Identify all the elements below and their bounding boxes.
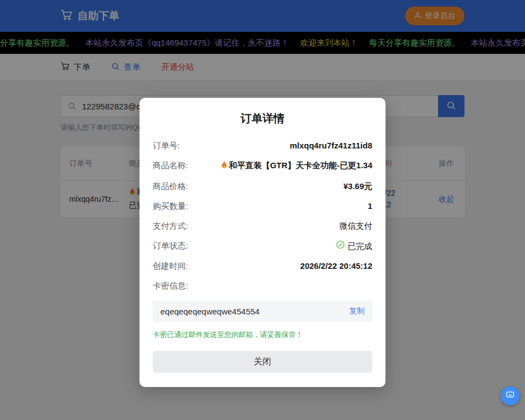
detail-row-created: 创建时间: 2026/2/22 20:45:12 [153,261,373,272]
detail-row-status: 订单状态: 已完成 [153,240,373,252]
page: 自助下单 登录后台 天分享有趣实用资源。 本站永久发布页《qq146943747… [0,0,525,420]
modal-title: 订单详情 [153,111,373,126]
mail-sent-note: 卡密已通过邮件发送至您的邮箱，请妥善保管！ [153,330,373,340]
detail-row-quantity: 购买数量: 1 [153,201,373,212]
chat-icon [505,390,515,402]
fire-icon [221,162,228,171]
status-badge: 已完成 [336,240,373,252]
detail-row-card-info: 卡密信息: [153,280,373,291]
close-button[interactable]: 关闭 [153,351,373,373]
check-circle-icon [336,240,345,252]
detail-row-product: 商品名称: 和平直装【GTR】天卡全功能-已更1.34 [153,160,373,172]
card-code-box: eqeqeqeqeqweqwe454554 复制 [153,300,373,322]
copy-button[interactable]: 复制 [349,306,365,316]
detail-row-payment: 支付方式: 微信支付 [153,220,373,231]
card-code-text: eqeqeqeqeqweqwe454554 [161,307,260,316]
chat-fab-button[interactable] [501,386,519,405]
detail-row-order-no: 订单号: mlxqq4ru7fz41z11id8 [153,140,373,151]
order-detail-modal: 订单详情 订单号: mlxqq4ru7fz41z11id8 商品名称: 和平直装… [140,98,386,387]
detail-row-price: 商品价格: ¥3.69元 [153,181,373,192]
